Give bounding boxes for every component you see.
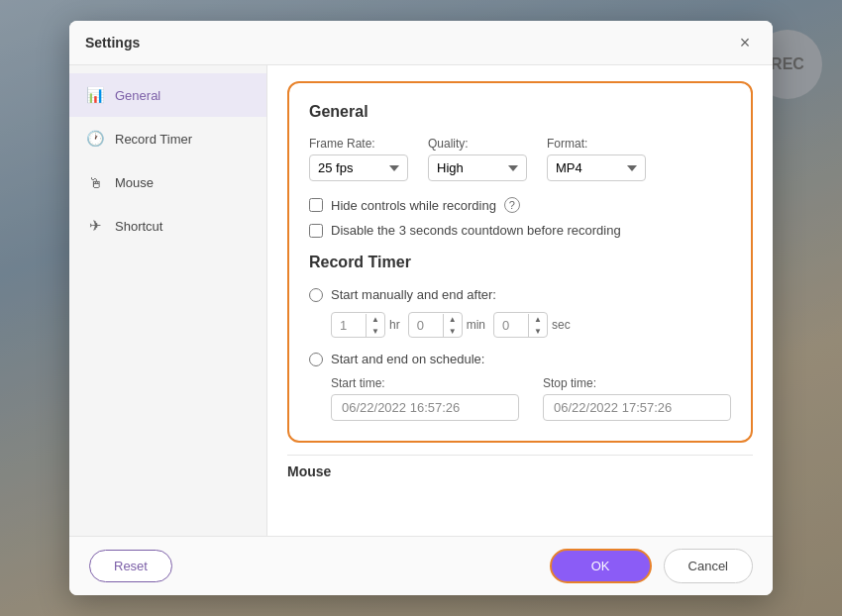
- min-input-group: 0 ▲ ▼ min: [408, 312, 485, 338]
- sidebar-label-record-timer: Record Timer: [115, 132, 192, 147]
- timer-section: Record Timer Start manually and end afte…: [309, 254, 731, 421]
- record-timer-section-title: Record Timer: [309, 254, 731, 271]
- settings-dialog: Settings × 📊 General 🕐 Record Timer 🖱 Mo…: [69, 21, 773, 595]
- schedule-radio[interactable]: [309, 353, 323, 366]
- sec-down-button[interactable]: ▼: [529, 325, 547, 337]
- min-up-button[interactable]: ▲: [444, 313, 462, 325]
- hr-arrows: ▲ ▼: [367, 313, 384, 337]
- sec-arrows: ▲ ▼: [529, 313, 547, 337]
- format-group: Format: MP4 AVI MOV GIF: [547, 137, 646, 181]
- sidebar-label-general: General: [115, 88, 160, 103]
- hide-controls-row: Hide controls while recording ?: [309, 197, 731, 213]
- format-label: Format:: [547, 137, 646, 151]
- footer-right: OK Cancel: [550, 549, 753, 583]
- dialog-close-button[interactable]: ×: [733, 31, 757, 54]
- stop-time-group: Stop time:: [543, 376, 731, 421]
- sec-spinner: 0 ▲ ▼: [493, 312, 548, 338]
- disable-countdown-label: Disable the 3 seconds countdown before r…: [331, 223, 621, 238]
- sidebar-item-mouse[interactable]: 🖱 Mouse: [69, 160, 266, 204]
- modal-overlay: Settings × 📊 General 🕐 Record Timer 🖱 Mo…: [0, 0, 842, 616]
- stop-time-input[interactable]: [543, 394, 731, 421]
- dialog-title: Settings: [85, 35, 140, 51]
- quality-label: Quality:: [428, 137, 527, 151]
- min-down-button[interactable]: ▼: [444, 325, 462, 337]
- sec-input-group: 0 ▲ ▼ sec: [493, 312, 571, 338]
- hr-input-group: 1 ▲ ▼ hr: [331, 312, 400, 338]
- hr-down-button[interactable]: ▼: [367, 325, 384, 337]
- quality-select[interactable]: Low Medium High Ultra: [428, 154, 527, 181]
- start-time-group: Start time:: [331, 376, 519, 421]
- content-panel: General Frame Rate: 15 fps 20 fps 25 fps…: [287, 81, 753, 443]
- main-content: General Frame Rate: 15 fps 20 fps 25 fps…: [267, 65, 773, 536]
- hr-spinner: 1 ▲ ▼: [331, 312, 385, 338]
- schedule-time-row: Start time: Stop time:: [331, 376, 731, 421]
- sec-unit: sec: [552, 318, 571, 332]
- dialog-footer: Reset OK Cancel: [69, 536, 773, 595]
- hr-unit: hr: [389, 318, 400, 332]
- disable-countdown-checkbox[interactable]: [309, 224, 323, 238]
- dialog-body: 📊 General 🕐 Record Timer 🖱 Mouse ✈ Short…: [69, 65, 773, 536]
- disable-countdown-row: Disable the 3 seconds countdown before r…: [309, 223, 731, 238]
- mouse-section-stub: Mouse: [287, 455, 753, 487]
- schedule-label: Start and end on schedule:: [331, 352, 484, 366]
- schedule-radio-row: Start and end on schedule:: [309, 352, 731, 366]
- sec-up-button[interactable]: ▲: [529, 313, 547, 325]
- mouse-icon: 🖱: [85, 172, 105, 192]
- quality-group: Quality: Low Medium High Ultra: [428, 137, 527, 181]
- record-timer-icon: 🕐: [85, 129, 105, 149]
- sidebar-label-shortcut: Shortcut: [115, 219, 162, 234]
- format-select[interactable]: MP4 AVI MOV GIF: [547, 154, 646, 181]
- sidebar-item-general[interactable]: 📊 General: [69, 73, 266, 117]
- stop-time-label: Stop time:: [543, 376, 731, 390]
- dropdowns-row: Frame Rate: 15 fps 20 fps 25 fps 30 fps …: [309, 137, 731, 181]
- reset-button[interactable]: Reset: [89, 550, 172, 582]
- ok-button[interactable]: OK: [550, 549, 652, 583]
- manual-radio[interactable]: [309, 288, 323, 302]
- frame-rate-label: Frame Rate:: [309, 137, 408, 151]
- start-time-label: Start time:: [331, 376, 519, 390]
- hr-up-button[interactable]: ▲: [367, 313, 384, 325]
- frame-rate-group: Frame Rate: 15 fps 20 fps 25 fps 30 fps …: [309, 137, 408, 181]
- start-time-input[interactable]: [331, 394, 519, 421]
- hide-controls-label: Hide controls while recording: [331, 198, 496, 213]
- help-icon[interactable]: ?: [504, 197, 520, 213]
- manual-label: Start manually and end after:: [331, 287, 496, 302]
- min-unit: min: [467, 318, 485, 332]
- general-section-title: General: [309, 103, 731, 121]
- manual-radio-row: Start manually and end after:: [309, 287, 731, 302]
- cancel-button[interactable]: Cancel: [664, 549, 753, 583]
- min-arrows: ▲ ▼: [444, 313, 462, 337]
- sidebar: 📊 General 🕐 Record Timer 🖱 Mouse ✈ Short…: [69, 65, 267, 536]
- sec-value: 0: [494, 314, 529, 337]
- min-spinner: 0 ▲ ▼: [408, 312, 463, 338]
- shortcut-icon: ✈: [85, 216, 105, 236]
- timer-inputs-row: 1 ▲ ▼ hr 0: [331, 312, 731, 338]
- frame-rate-select[interactable]: 15 fps 20 fps 25 fps 30 fps 60 fps: [309, 154, 408, 181]
- min-value: 0: [409, 314, 444, 337]
- schedule-section: Start and end on schedule: Start time: S…: [309, 352, 731, 421]
- dialog-titlebar: Settings ×: [69, 21, 773, 65]
- sidebar-item-record-timer[interactable]: 🕐 Record Timer: [69, 117, 266, 160]
- hr-value: 1: [332, 314, 367, 337]
- sidebar-item-shortcut[interactable]: ✈ Shortcut: [69, 204, 266, 248]
- sidebar-label-mouse: Mouse: [115, 175, 154, 190]
- hide-controls-checkbox[interactable]: [309, 198, 323, 212]
- general-icon: 📊: [85, 85, 105, 105]
